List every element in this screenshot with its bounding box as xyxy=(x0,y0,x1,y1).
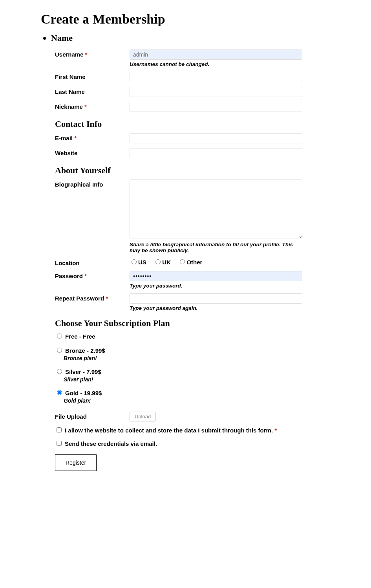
plan-radio-free[interactable] xyxy=(57,333,62,339)
subscription-heading: Choose Your Subscription Plan xyxy=(55,318,355,328)
bio-textarea[interactable] xyxy=(130,180,302,238)
consent-checkbox-label[interactable]: I allow the website to collect and store… xyxy=(55,427,277,434)
location-label: Location xyxy=(55,258,130,266)
password-desc: Type your password. xyxy=(130,283,302,289)
password-label: Password * xyxy=(55,271,130,289)
register-button[interactable]: Register xyxy=(55,454,97,471)
location-radio-us[interactable] xyxy=(132,259,137,264)
last-name-label: Last Name xyxy=(55,87,130,97)
about-heading: About Yourself xyxy=(55,165,355,176)
username-input[interactable] xyxy=(130,49,302,60)
send-email-checkbox-label[interactable]: Send these credentials via email. xyxy=(55,440,157,447)
email-input[interactable] xyxy=(130,133,302,143)
plan-option-free[interactable]: Free - Free xyxy=(55,333,95,340)
first-name-input[interactable] xyxy=(130,72,302,82)
email-label: E-mail * xyxy=(55,133,130,143)
location-option-us[interactable]: US xyxy=(130,259,146,266)
file-upload-label: File Upload xyxy=(55,412,130,421)
plan-desc-bronze: Bronze plan! xyxy=(64,355,355,361)
plan-option-silver[interactable]: Silver - 7.99$ xyxy=(55,368,101,375)
section-name-heading: Name xyxy=(51,33,355,43)
last-name-input[interactable] xyxy=(130,87,302,97)
first-name-label: First Name xyxy=(55,72,130,82)
repeat-password-input[interactable] xyxy=(130,293,302,304)
website-label: Website xyxy=(55,148,130,158)
repeat-password-desc: Type your password again. xyxy=(130,305,302,311)
contact-heading: Contact Info xyxy=(55,119,355,129)
plan-option-bronze[interactable]: Bronze - 2.99$ xyxy=(55,347,105,354)
upload-button[interactable]: Upload xyxy=(130,412,156,421)
send-email-checkbox[interactable] xyxy=(57,441,62,446)
consent-checkbox[interactable] xyxy=(57,427,62,432)
location-radio-uk[interactable] xyxy=(155,259,161,264)
plan-radio-silver[interactable] xyxy=(57,369,62,374)
bio-label: Biographical Info xyxy=(55,180,130,253)
plan-desc-silver: Silver plan! xyxy=(64,376,355,383)
plan-radio-gold[interactable] xyxy=(57,390,62,395)
username-desc: Usernames cannot be changed. xyxy=(130,61,302,67)
plan-desc-gold: Gold plan! xyxy=(64,397,355,404)
plan-option-gold[interactable]: Gold - 19.99$ xyxy=(55,390,102,396)
location-option-other[interactable]: Other xyxy=(178,259,202,266)
page-title: Create a Membership xyxy=(41,12,355,27)
location-option-uk[interactable]: UK xyxy=(154,259,171,266)
password-input[interactable] xyxy=(130,271,302,281)
nickname-label: Nickname * xyxy=(55,102,130,112)
repeat-password-label: Repeat Password * xyxy=(55,293,130,311)
username-label: Username * xyxy=(55,49,130,67)
location-radio-other[interactable] xyxy=(180,259,185,264)
bio-desc: Share a little biographical information … xyxy=(130,242,302,253)
website-input[interactable] xyxy=(130,148,302,158)
plan-radio-bronze[interactable] xyxy=(57,348,62,353)
nickname-input[interactable] xyxy=(130,102,302,112)
